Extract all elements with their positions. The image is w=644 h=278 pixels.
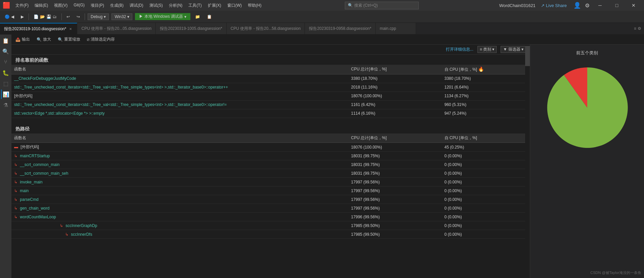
hp-func-2[interactable]: ↳ __scrt_common_main [11, 160, 349, 169]
file-ops-button[interactable]: 📄 📂 💾 🗂 [32, 14, 59, 20]
func-name-1[interactable]: std::_Tree_unchecked_const_iterator<std:… [11, 83, 349, 92]
hp-cpu-10: 17985 (99.50%) [349, 230, 442, 239]
filter-button[interactable]: ▼ 筛选器 ▾ [501, 46, 526, 53]
output-button[interactable]: 📤 输出 [14, 36, 31, 43]
back-button[interactable]: 🔵 ◀ [3, 14, 16, 20]
forward-button[interactable]: ▶ [19, 14, 26, 20]
menu-debug[interactable]: 调试(D) [127, 1, 146, 10]
vertical-scrollbar[interactable] [525, 45, 530, 278]
undo-button[interactable]: ↩ [64, 14, 72, 20]
close-button[interactable]: ✕ [626, 0, 641, 11]
menu-build[interactable]: 生成(B) [107, 1, 126, 10]
tab-5[interactable]: main.cpp [376, 23, 416, 35]
minimize-button[interactable]: ─ [592, 0, 608, 11]
menu-window[interactable]: 窗口(W) [225, 1, 244, 10]
account-icon[interactable]: 👤 [573, 2, 581, 9]
hp-func-6[interactable]: ↳ parseCmd [11, 195, 349, 204]
col-func-name: 函数名 [11, 65, 349, 74]
maximize-button[interactable]: □ [609, 0, 625, 11]
menu-test[interactable]: 测试(S) [147, 1, 166, 10]
live-share-button[interactable]: ↗ Live Share [538, 2, 569, 9]
menu-edit[interactable]: 编辑(E) [32, 1, 51, 10]
zoom-reset-icon: 🔍 [58, 37, 63, 42]
hp-col-cpu-total: CPU 总计[单位，%] [349, 133, 442, 143]
self-cpu-2: 1134 (6.27%) [442, 92, 530, 100]
hp-cpu-0: 18076 (100.00%) [349, 143, 442, 152]
scrollbar-thumb[interactable] [525, 46, 530, 66]
hp-func-9[interactable]: ↳ sccInnerGraphDp [11, 221, 349, 230]
run-button[interactable]: ▶ 本地 Windows 调试器 ▾ [135, 13, 190, 20]
sidebar-test-icon[interactable]: ⚗ [1, 100, 10, 110]
menu-git[interactable]: Git(G) [71, 1, 87, 10]
open-details-link[interactable]: 打开详细信息... [446, 47, 473, 52]
table-row: ↳ invoke_main 17997 (99.56%) 0 (0.00%) [11, 178, 530, 186]
hp-func-7[interactable]: ↳ gen_chain_word [11, 204, 349, 213]
func-name-4[interactable]: std::vector<Edge *,std::allocator<Edge *… [11, 109, 349, 118]
search-placeholder: 搜索 (Ctrl+Q) [354, 3, 378, 8]
tree-arrow-icon: ↳ [14, 188, 17, 193]
hp-func-8[interactable]: ↳ wordCountMaxLoop [11, 213, 349, 221]
tab-1[interactable]: CPU 使用率 - 报告20...05.diasgsession [77, 23, 156, 35]
sidebar-extensions-icon[interactable]: ⬚ [1, 79, 10, 88]
category-filter-button[interactable]: ≡ 类别 ▾ [477, 46, 497, 53]
hp-self-7: 0 (0.00%) [442, 204, 530, 213]
hp-self-5: 0 (0.00%) [442, 186, 530, 195]
tree-arrow-icon: ↳ [14, 180, 17, 184]
table-row: [外部代码] 18076 (100.00%) 1134 (6.27%) [11, 92, 530, 100]
tab-settings-icon[interactable]: ⚙ [638, 26, 641, 31]
menu-extensions[interactable]: 扩展(X) [205, 1, 224, 10]
tab-0-close[interactable]: ✕ [68, 27, 73, 31]
tab-overflow-icon[interactable]: ≡ [634, 26, 636, 31]
hot-path-header-row: 函数名 CPU 总计[单位，%] 自 CPU [单位，%] [11, 133, 530, 143]
vs-logo: 🟥 [3, 2, 10, 9]
separator-3 [85, 13, 85, 20]
output-icon: 📤 [15, 37, 20, 42]
sidebar-debug-icon[interactable]: 🐛 [1, 68, 10, 77]
sidebar-profile-icon[interactable]: 📊 [1, 90, 10, 99]
func-name-2: [外部代码] [11, 92, 349, 100]
separator-2 [61, 13, 62, 20]
menu-tools[interactable]: 工具(T) [186, 1, 204, 10]
tab-4[interactable]: 报告20230319-0958.diasgsession* [305, 23, 375, 35]
back-arrow-icon: ◀ [11, 14, 14, 19]
zoom-reset-button[interactable]: 🔍 重置缩放 [56, 36, 82, 43]
search-box[interactable]: 🔍 搜索 (Ctrl+Q) [345, 2, 419, 9]
hp-func-3[interactable]: ↳ __scrt_common_main_seh [11, 169, 349, 178]
extra-button[interactable]: 📋 [205, 14, 214, 20]
hp-func-5[interactable]: ↳ main [11, 186, 349, 195]
table-row: ↳ wordCountMaxLoop 17996 (99.56%) 0 (0.0… [11, 213, 530, 221]
clear-label: 清除选定内容 [91, 37, 115, 42]
sidebar-search-icon[interactable]: 🔍 [1, 47, 10, 56]
table-row: ▬ [外部代码] 18076 (100.00%) 45 (0.25%) [11, 143, 530, 152]
menu-analyze[interactable]: 分析(N) [166, 1, 185, 10]
menu-project[interactable]: 项目(P) [88, 1, 107, 10]
table-row: ↳ parseCmd 17997 (99.56%) 0 (0.00%) [11, 195, 530, 204]
main-content: 打开详细信息... ≡ 类别 ▾ ▼ 筛选器 ▾ 排名靠前的函数 函数名 CPU… [11, 45, 644, 278]
debug-mode-dropdown[interactable]: Debug ▾ [88, 13, 109, 20]
hp-func-10[interactable]: ↳ sccInnerDfs [11, 230, 349, 239]
settings-icon[interactable]: ⚙ [585, 2, 590, 9]
pie-chart-container [544, 64, 631, 151]
sidebar-git-icon[interactable]: ⑂ [1, 57, 10, 67]
redo-button[interactable]: ↪ [75, 14, 82, 20]
menu-file[interactable]: 文件(F) [13, 1, 31, 10]
platform-dropdown[interactable]: Win32 ▾ [111, 13, 132, 20]
func-name-3[interactable]: std::_Tree_unchecked_const_iterator<std:… [11, 100, 349, 109]
cpu-total-4: 1114 (6.16%) [349, 109, 442, 118]
hp-func-4[interactable]: ↳ invoke_main [11, 178, 349, 186]
zoom-in-button[interactable]: 🔍 放大 [35, 36, 52, 43]
menu-help[interactable]: 帮助(H) [245, 1, 264, 10]
tab-3[interactable]: CPU 使用率 - 报告20...58.diasgsession [227, 23, 305, 35]
func-name-0[interactable]: __CheckForDebuggerJustMyCode [11, 74, 349, 83]
hp-cpu-5: 17997 (99.56%) [349, 186, 442, 195]
menu-view[interactable]: 视图(V) [51, 1, 70, 10]
clear-button[interactable]: ⎚ 清除选定内容 [86, 36, 116, 43]
profiler-panel: 打开详细信息... ≡ 类别 ▾ ▼ 筛选器 ▾ 排名靠前的函数 函数名 CPU… [11, 45, 530, 278]
tab-0[interactable]: 报告20230319-1010.diasgsession* ✕ [0, 23, 77, 35]
sidebar-explore-icon[interactable]: 📋 [1, 36, 10, 45]
tab-2[interactable]: 报告20230319-1005.diasgsession* [156, 23, 226, 35]
folder-button[interactable]: 📁 [193, 14, 202, 20]
tab-5-label: main.cpp [380, 26, 396, 31]
hp-self-4: 0 (0.00%) [442, 178, 530, 186]
hp-func-1[interactable]: ↳ mainCRTStartup [11, 152, 349, 160]
